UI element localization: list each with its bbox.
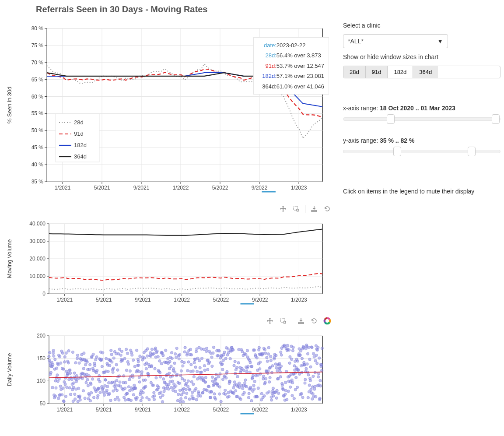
svg-point-402	[130, 399, 132, 401]
svg-text:28d: 28d	[74, 119, 84, 126]
svg-point-390	[126, 392, 129, 395]
svg-point-546	[176, 373, 178, 376]
svg-text:50: 50	[40, 401, 46, 407]
svg-text:70 %: 70 %	[32, 60, 44, 66]
clinic-select[interactable]: *ALL* ▼	[343, 34, 448, 48]
svg-point-282	[90, 391, 92, 394]
svg-point-359	[115, 363, 118, 366]
svg-point-173	[54, 395, 56, 397]
save-icon[interactable]	[297, 316, 305, 325]
pan-icon[interactable]	[266, 316, 274, 325]
svg-point-218	[69, 372, 71, 374]
svg-text:Moving Volume: Moving Volume	[6, 239, 13, 278]
svg-point-224	[71, 351, 74, 353]
svg-text:80 %: 80 %	[32, 25, 44, 32]
svg-point-421	[136, 396, 138, 399]
chevron-down-icon: ▼	[437, 38, 443, 45]
svg-point-188	[59, 385, 62, 387]
svg-point-890	[285, 398, 288, 401]
svg-point-947	[304, 382, 306, 384]
svg-point-247	[79, 398, 81, 401]
svg-point-493	[159, 376, 161, 378]
svg-point-410	[132, 394, 135, 396]
daily-chart[interactable]: 501001502001/20215/20219/20211/20225/202…	[5, 331, 333, 419]
svg-point-154	[48, 355, 50, 358]
svg-point-905	[290, 358, 293, 360]
window-toggle-364d[interactable]: 364d	[413, 66, 438, 78]
svg-point-876	[281, 384, 284, 387]
svg-point-338	[108, 364, 111, 367]
svg-text:0: 0	[42, 291, 46, 297]
yrange-slider[interactable]	[343, 147, 500, 156]
svg-point-345	[111, 361, 113, 363]
svg-point-992	[318, 357, 321, 359]
svg-point-447	[144, 379, 147, 381]
svg-point-535	[172, 367, 175, 370]
slider-thumb-high[interactable]	[492, 114, 500, 124]
svg-point-603	[194, 366, 197, 369]
svg-point-858	[275, 397, 278, 399]
svg-point-653	[210, 390, 213, 393]
svg-point-471	[152, 384, 154, 387]
svg-point-272	[87, 384, 89, 387]
svg-point-910	[292, 346, 294, 348]
svg-point-886	[284, 381, 287, 384]
svg-point-440	[142, 391, 144, 394]
svg-point-295	[94, 358, 97, 361]
reset-icon[interactable]	[323, 204, 332, 213]
svg-point-444	[143, 356, 146, 359]
slider-thumb-low[interactable]	[393, 147, 401, 156]
seen30-chart[interactable]: 35 %40 %45 %50 %55 %60 %65 %70 %75 %80 %…	[5, 20, 333, 199]
svg-point-266	[85, 381, 88, 384]
svg-point-595	[192, 370, 194, 373]
slider-thumb-high[interactable]	[468, 147, 476, 156]
save-icon[interactable]	[310, 204, 318, 213]
boxzoom-icon[interactable]	[279, 316, 287, 325]
svg-text:5/2022: 5/2022	[213, 407, 229, 413]
svg-point-697	[224, 393, 227, 395]
svg-point-977	[313, 388, 316, 390]
svg-point-388	[125, 369, 128, 372]
svg-point-617	[199, 366, 201, 369]
bokeh-logo-icon[interactable]	[323, 316, 332, 325]
xrange-label: x-axis range:	[343, 105, 380, 112]
svg-point-570	[184, 346, 186, 349]
svg-point-761	[245, 353, 247, 355]
xrange-slider[interactable]	[343, 114, 500, 124]
svg-point-745	[239, 398, 242, 401]
svg-point-980	[314, 359, 317, 362]
svg-point-472	[152, 352, 155, 355]
svg-point-724	[233, 364, 235, 367]
svg-point-448	[144, 385, 147, 388]
svg-point-760	[244, 379, 247, 381]
svg-point-740	[238, 382, 240, 384]
svg-point-181	[57, 363, 60, 366]
window-toggle-28d[interactable]: 28d	[343, 66, 366, 78]
svg-point-510	[164, 349, 167, 352]
svg-point-656	[211, 376, 214, 378]
svg-point-604	[195, 387, 197, 390]
svg-text:1/2021: 1/2021	[56, 297, 73, 303]
svg-point-244	[78, 362, 80, 364]
pan-icon[interactable]	[279, 204, 287, 213]
svg-point-789	[253, 380, 256, 383]
movvol-chart[interactable]: 010,00020,00030,00040,0001/20215/20219/2…	[5, 219, 333, 311]
svg-point-492	[158, 371, 161, 374]
svg-point-974	[312, 352, 315, 355]
boxzoom-icon[interactable]	[292, 204, 301, 213]
svg-point-196	[62, 368, 65, 370]
svg-point-662	[213, 393, 216, 395]
window-toggle-91d[interactable]: 91d	[366, 66, 388, 78]
svg-point-503	[162, 378, 164, 380]
window-toggle-182d[interactable]: 182d	[388, 66, 413, 78]
slider-thumb-low[interactable]	[387, 114, 395, 124]
svg-point-964	[309, 379, 312, 382]
svg-point-845	[271, 365, 274, 367]
svg-point-466	[150, 365, 153, 367]
svg-point-217	[69, 369, 71, 371]
svg-point-872	[280, 365, 282, 367]
svg-point-270	[86, 378, 89, 381]
svg-point-631	[203, 364, 206, 367]
svg-point-666	[214, 397, 217, 400]
reset-icon[interactable]	[310, 316, 318, 325]
